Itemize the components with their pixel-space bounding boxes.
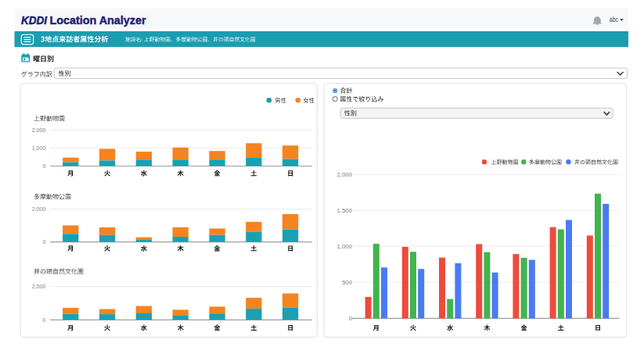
svg-text:2,000: 2,000 <box>336 171 352 178</box>
svg-text:1,000: 1,000 <box>336 243 352 250</box>
svg-text:0: 0 <box>42 239 45 245</box>
svg-text:500: 500 <box>342 279 353 286</box>
svg-text:1,000: 1,000 <box>32 145 46 151</box>
svg-text:KDDI: KDDI <box>21 13 48 27</box>
svg-text:0: 0 <box>42 163 45 169</box>
svg-text:0: 0 <box>42 317 45 323</box>
svg-text:0: 0 <box>349 315 353 322</box>
svg-text:2,000: 2,000 <box>32 206 46 212</box>
svg-text:1,500: 1,500 <box>336 207 352 214</box>
svg-text:2,000: 2,000 <box>32 284 46 289</box>
svg-text:abc: abc <box>610 16 619 23</box>
svg-text:Location Analyzer: Location Analyzer <box>50 13 146 27</box>
svg-text:2,000: 2,000 <box>32 127 46 133</box>
